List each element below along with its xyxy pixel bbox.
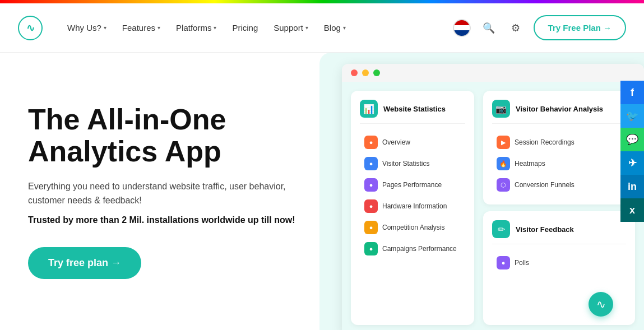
- window-dot-yellow: [362, 69, 369, 76]
- nav-item-support[interactable]: Support ▾: [267, 18, 315, 37]
- visitor-behavior-title-row: 📷 Visitor Behavior Analysis: [492, 100, 626, 124]
- competition-icon: ●: [364, 221, 378, 234]
- conversion-funnels-icon: ⬡: [497, 178, 510, 192]
- social-facebook-button[interactable]: f: [620, 81, 644, 104]
- visitor-behavior-title: Visitor Behavior Analysis: [516, 105, 603, 113]
- window-dot-red: [351, 69, 358, 76]
- logo-icon: ∿: [18, 16, 43, 40]
- heatmaps-icon: 🔥: [497, 157, 510, 170]
- right-panels: 📷 Visitor Behavior Analysis ▶ Session Re…: [483, 91, 635, 325]
- visitor-feedback-title: Visitor Feedback: [516, 225, 574, 234]
- hero-subtitle: Everything you need to understand websit…: [28, 179, 297, 208]
- menu-campaigns[interactable]: ● Campaigns Performance: [360, 238, 465, 259]
- nav-item-features[interactable]: Features ▾: [115, 18, 167, 37]
- hero-title: The All-in-One Analytics App: [28, 104, 297, 168]
- nav-actions: 🔍 ⚙ Try Free Plan →: [453, 15, 626, 40]
- menu-pages-performance[interactable]: ● Pages Performance: [360, 174, 465, 196]
- polls-icon: ●: [497, 256, 510, 269]
- menu-visitor-stats[interactable]: ● Visitor Statistics: [360, 153, 465, 174]
- menu-overview[interactable]: ● Overview: [360, 132, 465, 153]
- window-dot-green: [373, 69, 380, 76]
- social-sidebar: f 🐦 💬 ✈ in x: [620, 81, 644, 222]
- social-telegram-button[interactable]: ✈: [620, 151, 644, 175]
- visitor-feedback-title-row: ✏ Visitor Feedback: [492, 220, 626, 244]
- search-icon[interactable]: 🔍: [480, 19, 498, 37]
- nav-item-platforms[interactable]: Platforms ▾: [169, 18, 223, 37]
- website-stats-title: Website Statistics: [383, 105, 446, 113]
- language-flag[interactable]: [453, 19, 471, 37]
- visitor-behavior-card: 📷 Visitor Behavior Analysis ▶ Session Re…: [483, 91, 635, 204]
- hero-trust-text: Trusted by more than 2 Mil. installation…: [28, 213, 297, 227]
- header: ∿ Why Us? ▾ Features ▾ Platforms ▾ Prici…: [0, 3, 644, 53]
- main-content: The All-in-One Analytics App Everything …: [0, 53, 644, 330]
- chevron-down-icon: ▾: [214, 25, 216, 31]
- visitor-feedback-icon: ✏: [492, 220, 510, 238]
- chevron-down-icon: ▾: [305, 25, 308, 31]
- chevron-down-icon: ▾: [157, 25, 160, 31]
- campaigns-icon: ●: [364, 242, 378, 255]
- main-nav: Why Us? ▾ Features ▾ Platforms ▾ Pricing…: [61, 18, 453, 37]
- menu-conversion-funnels[interactable]: ⬡ Conversion Funnels: [492, 174, 626, 196]
- website-stats-icon: 📊: [360, 100, 378, 118]
- hero-illustration: 📊 Website Statistics ● Overview ● Visito…: [319, 53, 644, 330]
- session-recordings-icon: ▶: [497, 136, 510, 149]
- menu-competition[interactable]: ● Competition Analysis: [360, 217, 465, 238]
- menu-hardware-info[interactable]: ● Hardware Information: [360, 196, 465, 217]
- social-whatsapp-button[interactable]: 💬: [620, 128, 644, 151]
- chevron-down-icon: ▾: [104, 25, 106, 31]
- logo[interactable]: ∿: [18, 16, 43, 40]
- social-twitter-button[interactable]: 🐦: [620, 104, 644, 128]
- hardware-info-icon: ●: [364, 199, 378, 213]
- social-xing-button[interactable]: x: [620, 198, 644, 222]
- visitor-stats-icon: ●: [364, 157, 378, 170]
- hero-section: The All-in-One Analytics App Everything …: [0, 53, 319, 330]
- browser-titlebar: [342, 64, 644, 82]
- nav-item-pricing[interactable]: Pricing: [225, 18, 265, 37]
- social-linkedin-button[interactable]: in: [620, 175, 644, 198]
- menu-session-recordings[interactable]: ▶ Session Recordings: [492, 132, 626, 153]
- hero-cta-button[interactable]: Try free plan →: [28, 247, 141, 279]
- card-title-row: 📊 Website Statistics: [360, 100, 465, 124]
- visitor-behavior-icon: 📷: [492, 100, 510, 118]
- pages-performance-icon: ●: [364, 178, 378, 192]
- try-free-plan-button[interactable]: Try Free Plan →: [534, 15, 626, 40]
- website-statistics-card: 📊 Website Statistics ● Overview ● Visito…: [351, 91, 474, 325]
- overview-icon: ●: [364, 136, 378, 149]
- chevron-down-icon: ▾: [343, 25, 346, 31]
- browser-window: 📊 Website Statistics ● Overview ● Visito…: [342, 64, 644, 330]
- nav-item-why-us[interactable]: Why Us? ▾: [61, 18, 113, 37]
- dashboard-container: 📊 Website Statistics ● Overview ● Visito…: [342, 64, 644, 330]
- nav-item-blog[interactable]: Blog ▾: [317, 18, 353, 37]
- menu-polls[interactable]: ● Polls: [492, 252, 626, 273]
- settings-icon[interactable]: ⚙: [507, 19, 525, 37]
- chat-float-button[interactable]: ∿: [589, 292, 613, 317]
- menu-heatmaps[interactable]: 🔥 Heatmaps: [492, 153, 626, 174]
